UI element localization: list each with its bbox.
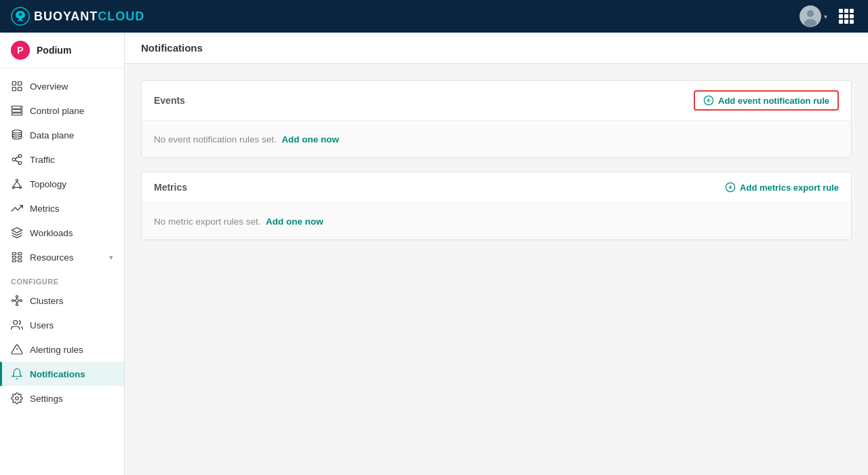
svg-point-12 <box>20 107 22 108</box>
metrics-card: Metrics Add metrics export rule No metri… <box>141 172 852 240</box>
chevron-right-icon: ▾ <box>109 253 113 262</box>
svg-rect-32 <box>18 260 22 262</box>
workspace-icon: P <box>11 41 30 60</box>
main-content: Notifications Events Add event notificat… <box>125 33 868 475</box>
svg-rect-31 <box>12 260 16 262</box>
layers-icon <box>11 227 23 239</box>
events-add-link[interactable]: Add one now <box>281 134 339 145</box>
workspace-name: Podium <box>37 45 71 56</box>
sidebar-item-control-plane[interactable]: Control plane <box>0 98 124 123</box>
svg-point-13 <box>20 111 22 112</box>
page-header: Notifications <box>125 33 868 64</box>
add-metrics-export-rule-button[interactable]: Add metrics export rule <box>725 182 839 193</box>
svg-point-16 <box>12 158 16 162</box>
workspace-selector[interactable]: P Podium <box>0 33 124 69</box>
svg-line-18 <box>15 160 18 162</box>
svg-point-1 <box>19 13 22 16</box>
avatar <box>800 5 821 27</box>
sidebar-item-label: Control plane <box>30 106 84 116</box>
user-avatar-button[interactable]: ▾ <box>800 5 827 27</box>
settings-icon <box>11 392 23 404</box>
sidebar-item-label: Workloads <box>30 228 73 238</box>
configure-section-label: Configure <box>0 269 124 288</box>
metrics-card-title: Metrics <box>154 182 187 193</box>
metrics-empty-text: No metric export rules set. Add one now <box>154 216 323 227</box>
share-icon <box>11 153 23 166</box>
sidebar-item-label: Notifications <box>30 369 85 379</box>
svg-rect-29 <box>12 256 16 259</box>
events-card-body: No event notification rules set. Add one… <box>142 121 851 157</box>
svg-line-23 <box>14 181 17 187</box>
logo-text: BUOYANTCLOUD <box>34 10 144 24</box>
chevron-down-icon: ▾ <box>824 13 827 20</box>
database-icon <box>11 129 23 141</box>
svg-point-45 <box>16 397 19 400</box>
svg-point-33 <box>16 299 19 303</box>
svg-point-42 <box>14 320 18 324</box>
grid-dots-icon <box>839 9 854 24</box>
top-navigation: BUOYANTCLOUD ▾ <box>0 0 868 33</box>
sidebar-item-overview[interactable]: Overview <box>0 74 124 98</box>
sidebar-item-label: Resources <box>30 252 74 263</box>
sidebar-item-data-plane[interactable]: Data plane <box>0 123 124 147</box>
svg-point-36 <box>12 300 14 302</box>
sidebar-item-traffic[interactable]: Traffic <box>0 147 124 172</box>
sidebar-item-label: Clusters <box>30 296 64 306</box>
metrics-add-link[interactable]: Add one now <box>266 216 323 227</box>
plus-circle-icon <box>725 182 736 193</box>
sidebar: P Podium Overview Control plane <box>0 33 125 475</box>
svg-point-37 <box>20 300 22 302</box>
trending-up-icon <box>11 202 23 214</box>
svg-rect-30 <box>18 256 22 259</box>
svg-point-35 <box>16 304 18 306</box>
topology-icon <box>11 178 23 190</box>
logo: BUOYANTCLOUD <box>11 7 800 26</box>
topnav-right: ▾ <box>800 5 857 27</box>
sidebar-item-metrics[interactable]: Metrics <box>0 196 124 221</box>
events-card-header: Events Add event notification rule <box>142 81 851 121</box>
users-icon <box>11 319 23 331</box>
sidebar-item-label: Settings <box>30 394 63 404</box>
sidebar-item-users[interactable]: Users <box>0 313 124 337</box>
sidebar-item-label: Metrics <box>30 204 60 214</box>
resources-icon <box>11 251 23 263</box>
sidebar-item-label: Traffic <box>30 155 55 165</box>
svg-rect-27 <box>12 252 16 254</box>
svg-line-24 <box>17 181 20 187</box>
svg-point-17 <box>18 162 22 165</box>
sidebar-item-alerting-rules[interactable]: Alerting rules <box>0 337 124 362</box>
svg-marker-26 <box>12 228 22 233</box>
bell-icon <box>11 368 23 380</box>
sidebar-item-topology[interactable]: Topology <box>0 172 124 196</box>
sidebar-item-clusters[interactable]: Clusters <box>0 288 124 313</box>
svg-point-34 <box>16 296 18 298</box>
svg-rect-8 <box>18 88 22 91</box>
sidebar-item-label: Topology <box>30 179 66 189</box>
alert-triangle-icon <box>11 343 23 356</box>
svg-rect-28 <box>18 252 22 254</box>
sidebar-item-settings[interactable]: Settings <box>0 386 124 411</box>
sidebar-item-label: Alerting rules <box>30 345 83 355</box>
events-card: Events Add event notification rule No ev… <box>141 80 852 158</box>
sidebar-item-resources[interactable]: Resources ▾ <box>0 245 124 269</box>
svg-point-4 <box>804 19 816 27</box>
svg-rect-6 <box>18 81 22 85</box>
svg-line-19 <box>15 157 18 159</box>
svg-point-20 <box>16 179 18 181</box>
sidebar-item-workloads[interactable]: Workloads <box>0 221 124 245</box>
page-title: Notifications <box>141 42 852 54</box>
svg-point-15 <box>18 155 22 158</box>
svg-point-14 <box>12 130 22 134</box>
svg-rect-5 <box>12 81 16 85</box>
add-event-notification-rule-button[interactable]: Add event notification rule <box>694 90 839 111</box>
svg-point-3 <box>807 10 814 17</box>
avatar-image <box>800 5 821 27</box>
sidebar-item-notifications[interactable]: Notifications <box>0 362 124 386</box>
metrics-card-body: No metric export rules set. Add one now <box>142 203 851 240</box>
server-icon <box>11 104 23 117</box>
sidebar-item-label: Data plane <box>30 130 74 140</box>
svg-rect-7 <box>12 88 16 91</box>
apps-grid-button[interactable] <box>835 5 857 27</box>
svg-rect-11 <box>12 113 22 115</box>
clusters-icon <box>11 294 23 307</box>
